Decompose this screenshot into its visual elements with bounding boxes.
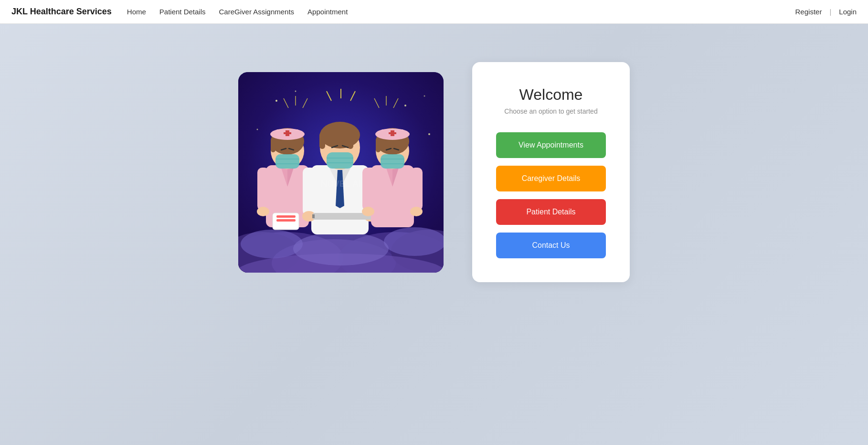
svg-rect-75: [376, 138, 381, 152]
view-appointments-button[interactable]: View Appointments: [496, 132, 606, 158]
illustration-svg: NOVEL AI: [238, 72, 444, 273]
svg-point-4: [404, 105, 406, 106]
svg-rect-29: [257, 168, 269, 211]
navbar-left: JKL Healthcare Services Home Patient Det…: [11, 7, 348, 17]
contact-us-button[interactable]: Contact Us: [496, 233, 606, 258]
svg-text:NOVEL AI: NOVEL AI: [321, 179, 361, 189]
svg-point-5: [424, 95, 425, 96]
brand-name: JKL Healthcare Services: [11, 7, 112, 17]
svg-rect-69: [362, 168, 374, 211]
patient-details-button[interactable]: Patient Details: [496, 199, 606, 225]
svg-rect-63: [327, 152, 353, 169]
register-link[interactable]: Register: [795, 8, 822, 16]
svg-rect-59: [319, 132, 325, 149]
nav-links: Home Patient Details CareGiver Assignmen…: [127, 8, 348, 16]
svg-point-72: [410, 207, 423, 216]
action-buttons: View Appointments Caregiver Details Pati…: [496, 132, 606, 258]
svg-point-25: [293, 232, 389, 265]
svg-point-2: [275, 100, 277, 102]
login-link[interactable]: Login: [839, 8, 857, 16]
nav-caregiver-assignments[interactable]: CareGiver Assignments: [219, 8, 295, 16]
svg-rect-88: [276, 219, 296, 222]
svg-point-6: [257, 128, 258, 130]
nav-patient-details[interactable]: Patient Details: [159, 8, 206, 16]
caregiver-details-button[interactable]: Caregiver Details: [496, 166, 606, 191]
main-content: NOVEL AI Welcome Choose an option to get…: [0, 24, 868, 320]
svg-rect-76: [399, 138, 404, 152]
svg-rect-80: [389, 132, 396, 134]
svg-rect-35: [271, 138, 275, 152]
navbar-right: Register | Login: [795, 8, 857, 16]
illustration-card: NOVEL AI: [238, 72, 444, 273]
svg-point-24: [384, 227, 444, 256]
svg-point-23: [241, 230, 303, 258]
svg-point-58: [320, 122, 360, 148]
svg-rect-87: [276, 215, 296, 218]
svg-point-31: [257, 207, 269, 216]
svg-point-7: [428, 133, 430, 135]
nav-home[interactable]: Home: [127, 8, 146, 16]
svg-rect-50: [303, 168, 315, 215]
nav-appointment[interactable]: Appointment: [307, 8, 348, 16]
welcome-title: Welcome: [519, 86, 583, 104]
welcome-card: Welcome Choose an option to get started …: [472, 62, 630, 282]
svg-rect-56: [312, 214, 315, 218]
navbar: JKL Healthcare Services Home Patient Det…: [0, 0, 868, 24]
svg-rect-40: [284, 132, 291, 134]
svg-rect-36: [294, 138, 299, 152]
svg-point-71: [362, 207, 374, 216]
svg-rect-83: [381, 154, 404, 169]
svg-rect-60: [348, 132, 353, 149]
svg-rect-70: [411, 168, 423, 211]
svg-point-3: [295, 90, 296, 92]
auth-divider: |: [829, 8, 831, 16]
svg-rect-43: [275, 154, 299, 169]
welcome-subtitle: Choose an option to get started: [504, 107, 597, 115]
